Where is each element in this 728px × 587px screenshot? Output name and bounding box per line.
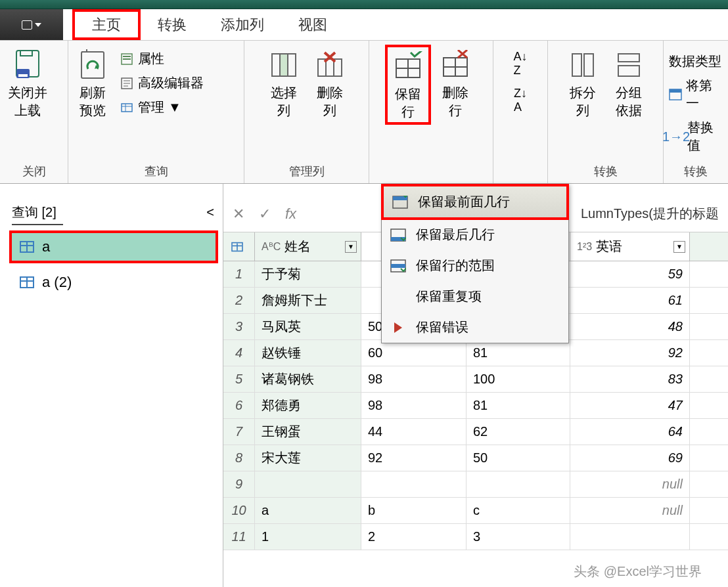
query-item-a[interactable]: a xyxy=(9,230,218,263)
data-type-label: 数据类型 xyxy=(669,53,721,70)
filter-dropdown-icon[interactable]: ▼ xyxy=(673,241,685,253)
tab-home[interactable]: 主页 xyxy=(72,9,141,40)
column-header-english[interactable]: 1²3 英语 ▼ xyxy=(570,232,690,261)
row-number: 8 xyxy=(223,445,255,471)
filter-dropdown-icon[interactable]: ▼ xyxy=(345,241,357,253)
svg-rect-27 xyxy=(618,54,639,62)
table-row[interactable]: 9null xyxy=(223,471,728,498)
cell-c[interactable]: 81 xyxy=(466,340,570,366)
replace-values-button[interactable]: 1→2 替换值 xyxy=(666,118,725,156)
cell-name[interactable]: 于予菊 xyxy=(255,261,361,287)
cell-english[interactable]: 47 xyxy=(570,393,690,418)
fx-label[interactable]: fx xyxy=(285,206,296,223)
menu-keep-errors[interactable]: 保留错误 xyxy=(382,312,568,343)
svg-rect-2 xyxy=(18,74,28,77)
table-row[interactable]: 10abcnull xyxy=(223,498,728,524)
table-row[interactable]: 4赵铁锤608192 xyxy=(223,340,728,366)
table-row[interactable]: 11123 xyxy=(223,524,728,550)
keep-rows-button[interactable]: 保留 行 xyxy=(385,45,431,125)
advanced-editor-button[interactable]: 高级编辑器 xyxy=(117,73,206,93)
close-load-button[interactable]: 关闭并 上载 xyxy=(3,45,53,122)
cell-english[interactable]: 83 xyxy=(570,366,690,392)
table-row[interactable]: 6郑德勇988147 xyxy=(223,393,728,419)
save-icon xyxy=(11,47,44,83)
svg-rect-25 xyxy=(572,54,581,76)
sort-asc-button[interactable]: A↓Z xyxy=(513,50,527,77)
cell-c[interactable]: 81 xyxy=(466,393,570,418)
cell-b[interactable] xyxy=(361,471,466,497)
remove-columns-button[interactable]: 删除 列 xyxy=(308,45,352,122)
table-row[interactable]: 5诸葛钢铁9810083 xyxy=(223,366,728,393)
cell-b[interactable]: 98 xyxy=(361,393,466,418)
menu-keep-bottom-rows[interactable]: 保留最后几行 xyxy=(382,219,568,250)
queries-header[interactable]: 查询 [2] < xyxy=(12,204,63,225)
cell-name[interactable]: 詹姆斯下士 xyxy=(255,288,361,313)
split-column-button[interactable]: 拆分 列 xyxy=(561,45,604,122)
cell-name[interactable]: 1 xyxy=(255,524,361,550)
chevron-down-icon xyxy=(35,23,41,27)
cell-english[interactable]: 92 xyxy=(570,340,690,366)
cell-english[interactable]: null xyxy=(570,498,690,523)
first-row-header-button[interactable]: 将第一 xyxy=(666,76,725,114)
menu-keep-range-label: 保留行的范围 xyxy=(416,257,495,274)
menu-keep-range-rows[interactable]: 保留行的范围 xyxy=(382,250,568,281)
watermark: 头条 @Excel学习世界 xyxy=(574,563,702,580)
cell-name[interactable]: a xyxy=(255,498,361,523)
sort-desc-button[interactable]: Z↓A xyxy=(514,87,527,114)
properties-button[interactable]: 属性 xyxy=(117,49,206,69)
cell-name[interactable]: 马凤英 xyxy=(255,314,361,339)
cell-english[interactable] xyxy=(570,524,690,550)
group-by-button[interactable]: 分组 依据 xyxy=(607,45,650,122)
cell-name[interactable]: 赵铁锤 xyxy=(255,340,361,366)
cell-name[interactable] xyxy=(255,471,361,497)
cell-name[interactable]: 王钢蛋 xyxy=(255,419,361,445)
cell-c[interactable]: 100 xyxy=(466,366,570,392)
formula-cancel-icon[interactable]: ✕ xyxy=(233,206,244,223)
cell-b[interactable]: 92 xyxy=(361,445,466,471)
cell-c[interactable]: c xyxy=(466,498,570,523)
data-type-button[interactable]: 数据类型 xyxy=(666,51,725,72)
cell-c[interactable]: 50 xyxy=(466,445,570,471)
collapse-chevron-icon[interactable]: < xyxy=(206,205,214,220)
cell-english[interactable]: 64 xyxy=(570,419,690,445)
row-number: 1 xyxy=(223,261,255,287)
cell-c[interactable] xyxy=(466,471,570,497)
cell-b[interactable]: b xyxy=(361,498,466,523)
tab-view[interactable]: 视图 xyxy=(281,9,344,40)
row-number: 4 xyxy=(223,340,255,366)
formula-accept-icon[interactable]: ✓ xyxy=(259,206,271,223)
svg-rect-3 xyxy=(81,52,104,78)
tab-addcolumn[interactable]: 添加列 xyxy=(204,9,281,40)
refresh-button[interactable]: 刷新 预览 xyxy=(71,45,114,122)
cell-b[interactable]: 2 xyxy=(361,524,466,550)
choose-columns-button[interactable]: 选择 列 xyxy=(262,45,306,122)
cell-c[interactable]: 3 xyxy=(466,524,570,550)
properties-icon xyxy=(120,52,134,66)
advanced-editor-label: 高级编辑器 xyxy=(138,74,204,92)
query-item-a2[interactable]: a (2) xyxy=(12,269,223,296)
remove-rows-button[interactable]: 删除 行 xyxy=(434,45,477,122)
menu-keep-top-rows[interactable]: 保留最前面几行 xyxy=(381,184,569,220)
cell-c[interactable]: 62 xyxy=(466,419,570,445)
cell-b[interactable]: 60 xyxy=(361,340,466,366)
cell-name[interactable]: 郑德勇 xyxy=(255,393,361,418)
cell-b[interactable]: 44 xyxy=(361,419,466,445)
manage-button[interactable]: 管理 ▼ xyxy=(117,97,206,118)
cell-english[interactable]: 61 xyxy=(570,288,690,313)
table-row[interactable]: 8宋大莲925069 xyxy=(223,445,728,471)
column-header-name[interactable]: AᴮC 姓名 ▼ xyxy=(255,232,361,261)
table-row[interactable]: 7王钢蛋446264 xyxy=(223,419,728,445)
row-number: 10 xyxy=(223,498,255,523)
cell-name[interactable]: 诸葛钢铁 xyxy=(255,366,361,392)
cell-english[interactable]: 69 xyxy=(570,445,690,471)
menu-keep-dup-label: 保留重复项 xyxy=(416,288,482,305)
tab-transform[interactable]: 转换 xyxy=(141,9,204,40)
cell-english[interactable]: 48 xyxy=(570,314,690,339)
file-menu-button[interactable] xyxy=(0,9,63,40)
cell-english[interactable]: null xyxy=(570,471,690,497)
cell-english[interactable]: 59 xyxy=(570,261,690,287)
corner-cell[interactable] xyxy=(223,232,255,261)
cell-b[interactable]: 98 xyxy=(361,366,466,392)
cell-name[interactable]: 宋大莲 xyxy=(255,445,361,471)
menu-keep-duplicates[interactable]: 保留重复项 xyxy=(382,281,568,312)
